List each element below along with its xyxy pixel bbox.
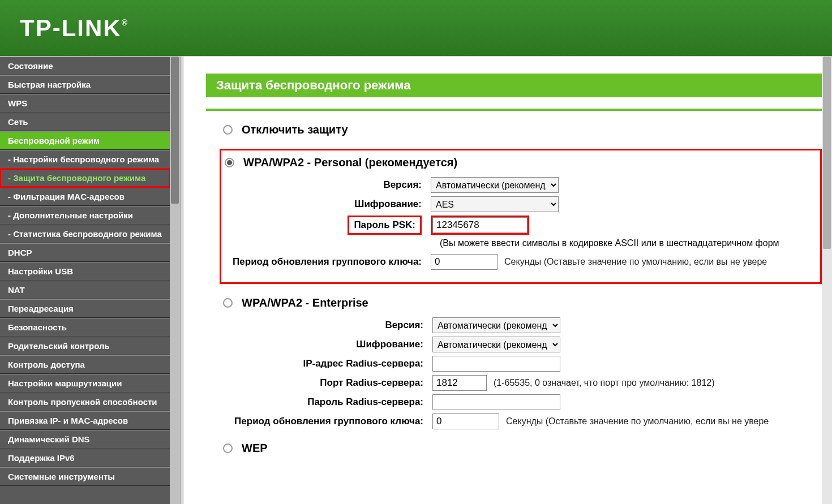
- sidebar-item-15[interactable]: Родительский контроль: [0, 337, 170, 355]
- sidebar-item-9[interactable]: - Статистика беспроводного режима: [0, 225, 170, 243]
- option-wpa-personal: WPA/WPA2 - Personal (рекомендуется) Верс…: [206, 149, 822, 284]
- radio-disable-label: Отключить защиту: [242, 123, 348, 136]
- radio-disable[interactable]: [223, 125, 233, 135]
- radio-wpa-personal[interactable]: [225, 158, 234, 167]
- page-title: Защита беспроводного режима: [206, 74, 822, 97]
- brand-text: TP-LINK: [20, 15, 122, 41]
- radius-port-label: Порт Radius-сервера:: [223, 377, 432, 389]
- wpa-group-label: Период обновления группового ключа:: [221, 256, 431, 268]
- title-rule: [206, 109, 822, 111]
- sidebar-item-3[interactable]: Сеть: [0, 113, 170, 131]
- radius-ip-input[interactable]: [432, 356, 560, 372]
- sidebar-item-11[interactable]: Настройки USB: [0, 262, 170, 281]
- radio-wpa-personal-label: WPA/WPA2 - Personal (рекомендуется): [243, 156, 457, 169]
- sidebar-item-1[interactable]: Быстрая настройка: [0, 75, 170, 94]
- sidebar-scrollbar[interactable]: [170, 57, 180, 504]
- radius-port-hint: (1-65535, 0 означает, что порт про умолч…: [494, 378, 715, 388]
- brand-logo: TP-LINK®: [20, 15, 128, 42]
- wpa-group-input[interactable]: [431, 254, 498, 270]
- wpa-psk-label: Пароль PSK:: [348, 216, 422, 235]
- option-wep: WEP: [206, 442, 822, 455]
- sidebar-item-8[interactable]: - Дополнительные настройки: [0, 206, 170, 225]
- wpa-psk-note: (Вы можете ввести символы в кодировке AS…: [221, 238, 820, 248]
- sidebar-item-6[interactable]: - Защита беспроводного режима: [0, 169, 170, 187]
- ent-group-label: Период обновления группового ключа:: [223, 416, 432, 427]
- option-disable: Отключить защиту: [206, 123, 822, 136]
- radius-pw-input[interactable]: [432, 394, 560, 410]
- sidebar-item-4[interactable]: Беспроводной режим: [0, 131, 170, 150]
- radio-wpa-enterprise[interactable]: [223, 298, 233, 308]
- ent-version-label: Версия:: [223, 320, 432, 331]
- content: Защита беспроводного режима Отключить за…: [183, 57, 822, 504]
- wpa-encryption-label: Шифрование:: [221, 199, 431, 210]
- wpa-personal-highlight: WPA/WPA2 - Personal (рекомендуется) Верс…: [220, 149, 822, 284]
- ent-encryption-select[interactable]: Автоматически (рекоменд: [432, 337, 560, 352]
- ent-version-select[interactable]: Автоматически (рекоменд: [432, 317, 560, 333]
- sidebar-item-0[interactable]: Состояние: [0, 57, 170, 75]
- sidebar-item-14[interactable]: Безопасность: [0, 318, 170, 337]
- sidebar-wrap: СостояниеБыстрая настройкаWPSСетьБеспров…: [0, 57, 180, 504]
- wpa-version-label: Версия:: [221, 179, 431, 191]
- radius-pw-label: Пароль Radius-сервера:: [223, 397, 432, 408]
- radio-wpa-enterprise-label: WPA/WPA2 - Enterprise: [242, 296, 368, 309]
- wpa-group-hint: Секунды (Оставьте значение по умолчанию,…: [504, 257, 767, 267]
- header: TP-LINK®: [0, 0, 832, 57]
- wpa-version-select[interactable]: Автоматически (рекоменд: [431, 177, 559, 193]
- sidebar-item-12[interactable]: NAT: [0, 281, 170, 299]
- wpa-encryption-select[interactable]: AES: [431, 196, 559, 212]
- sidebar-item-17[interactable]: Настройки маршрутизации: [0, 374, 170, 393]
- ent-encryption-label: Шифрование:: [223, 339, 432, 350]
- radio-wep[interactable]: [223, 443, 233, 453]
- wpa-psk-label-wrap: Пароль PSK:: [221, 216, 431, 235]
- radius-port-input[interactable]: [432, 375, 487, 391]
- wpa-psk-input[interactable]: [432, 217, 527, 233]
- wpa-psk-highlight: [431, 216, 529, 235]
- content-scrollbar[interactable]: [822, 57, 832, 504]
- sidebar-item-19[interactable]: Привязка IP- и MAC-адресов: [0, 411, 170, 430]
- sidebar-item-20[interactable]: Динамический DNS: [0, 430, 170, 449]
- sidebar-item-5[interactable]: - Настройки беспроводного режима: [0, 150, 170, 169]
- radio-wep-label: WEP: [242, 442, 268, 455]
- main-layout: СостояниеБыстрая настройкаWPSСетьБеспров…: [0, 57, 832, 504]
- sidebar-item-22[interactable]: Системные инструменты: [0, 467, 170, 486]
- content-scroll-thumb[interactable]: [823, 57, 831, 249]
- option-wpa-enterprise: WPA/WPA2 - Enterprise Версия: Автоматиче…: [206, 296, 822, 429]
- sidebar-item-16[interactable]: Контроль доступа: [0, 355, 170, 374]
- sidebar-scroll-thumb[interactable]: [171, 57, 179, 204]
- sidebar-item-10[interactable]: DHCP: [0, 243, 170, 262]
- sidebar-item-7[interactable]: - Фильтрация MAC-адресов: [0, 187, 170, 206]
- ent-group-input[interactable]: [432, 413, 499, 429]
- sidebar-item-2[interactable]: WPS: [0, 94, 170, 113]
- sidebar-item-13[interactable]: Переадресация: [0, 299, 170, 318]
- radius-ip-label: IP-адрес Radius-сервера:: [223, 358, 432, 369]
- ent-group-hint: Секунды (Оставьте значение по умолчанию,…: [506, 416, 769, 427]
- sidebar-item-18[interactable]: Контроль пропускной способности: [0, 393, 170, 411]
- sidebar-item-21[interactable]: Поддержка IPv6: [0, 449, 170, 467]
- sidebar: СостояниеБыстрая настройкаWPSСетьБеспров…: [0, 57, 170, 504]
- content-wrap: Защита беспроводного режима Отключить за…: [183, 57, 832, 504]
